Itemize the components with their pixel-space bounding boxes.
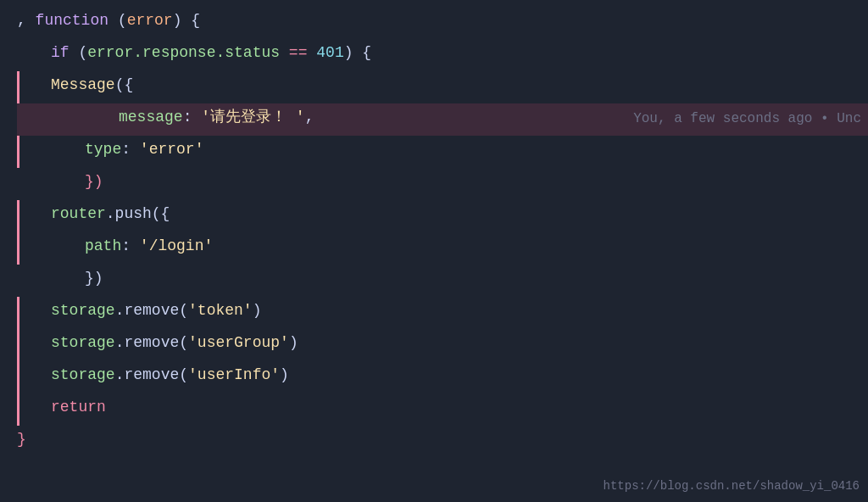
inline-hint: You, a few seconds ago • Unc	[633, 109, 868, 131]
code-text: Message({	[51, 73, 133, 98]
code-text: path: '/login'	[85, 234, 213, 259]
code-text: })	[85, 266, 103, 291]
code-line-11: storage.remove('userGroup')	[17, 329, 868, 361]
code-text: storage.remove('userGroup')	[51, 331, 298, 355]
code-line-12: storage.remove('userInfo')	[17, 361, 868, 393]
code-line-1: , function (error) {	[17, 7, 868, 39]
code-editor: , function (error) { if (error.response.…	[0, 0, 868, 502]
code-text: })	[85, 170, 103, 194]
code-line-4: message: '请先登录！ ', You, a few seconds ag…	[17, 103, 868, 136]
code-text: message: '请先登录！ ',	[119, 105, 314, 130]
code-line-14: }	[17, 426, 868, 458]
code-text: }	[17, 427, 26, 452]
code-line-2: if (error.response.status == 401) {	[17, 39, 868, 71]
code-text: storage.remove('token')	[51, 298, 261, 323]
code-line-8: path: '/login'	[17, 232, 868, 265]
url-hint: https://blog.csdn.net/shadow_yi_0416	[604, 477, 860, 495]
code-text: if (error.response.status == 401) {	[51, 41, 371, 65]
code-line-5: type: 'error'	[17, 136, 868, 168]
code-text: router.push({	[51, 202, 170, 226]
code-line-3: Message({	[17, 71, 868, 103]
code-line-6: })	[17, 168, 868, 200]
code-text: return	[51, 395, 106, 420]
code-line-10: storage.remove('token')	[17, 297, 868, 329]
code-line-9: })	[17, 265, 868, 297]
code-text: type: 'error'	[85, 137, 203, 162]
code-line-7: router.push({	[17, 200, 868, 232]
code-line-13: return	[17, 393, 868, 426]
code-text: storage.remove('userInfo')	[51, 363, 289, 388]
code-text: , function (error) {	[17, 8, 200, 33]
